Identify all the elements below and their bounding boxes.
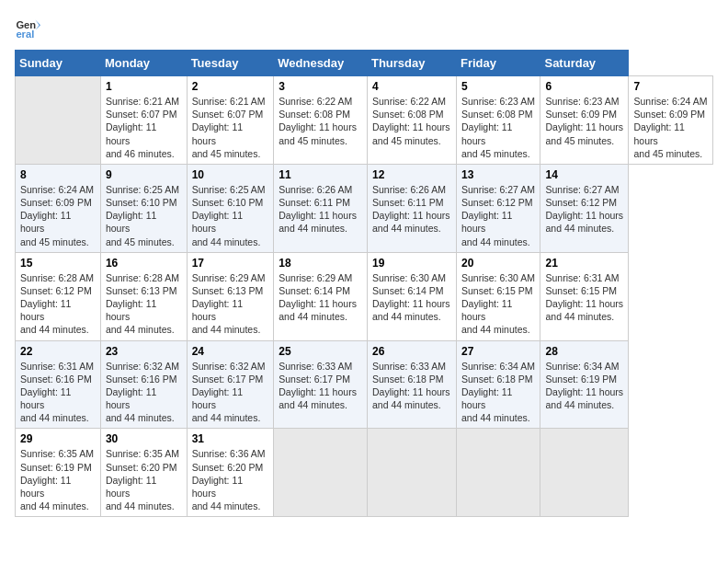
week-row-5: 29Sunrise: 6:35 AMSunset: 6:19 PMDayligh…	[16, 429, 713, 517]
day-info: Sunrise: 6:29 AMSunset: 6:13 PMDaylight:…	[192, 271, 269, 337]
day-info: Sunrise: 6:23 AMSunset: 6:09 PMDaylight:…	[545, 95, 623, 147]
day-number: 27	[461, 345, 535, 358]
day-number: 4	[372, 80, 451, 93]
day-cell: 23Sunrise: 6:32 AMSunset: 6:16 PMDayligh…	[100, 340, 187, 429]
day-info: Sunrise: 6:33 AMSunset: 6:18 PMDaylight:…	[372, 360, 451, 412]
day-info: Sunrise: 6:24 AMSunset: 6:09 PMDaylight:…	[20, 183, 96, 248]
day-cell: 20Sunrise: 6:30 AMSunset: 6:15 PMDayligh…	[456, 252, 540, 340]
day-info: Sunrise: 6:22 AMSunset: 6:08 PMDaylight:…	[372, 95, 451, 147]
day-cell	[367, 429, 456, 517]
day-number: 15	[20, 257, 96, 270]
day-info: Sunrise: 6:25 AMSunset: 6:10 PMDaylight:…	[106, 183, 182, 248]
logo: Gen eral	[15, 15, 44, 40]
day-info: Sunrise: 6:21 AMSunset: 6:07 PMDaylight:…	[106, 95, 182, 160]
day-cell	[274, 429, 368, 517]
day-number: 25	[279, 345, 362, 358]
day-number: 11	[279, 168, 362, 181]
day-cell: 21Sunrise: 6:31 AMSunset: 6:15 PMDayligh…	[540, 252, 629, 340]
day-cell: 25Sunrise: 6:33 AMSunset: 6:17 PMDayligh…	[274, 340, 368, 429]
header-thursday: Thursday	[367, 51, 456, 76]
day-info: Sunrise: 6:21 AMSunset: 6:07 PMDaylight:…	[192, 95, 269, 160]
week-row-4: 22Sunrise: 6:31 AMSunset: 6:16 PMDayligh…	[16, 340, 713, 429]
day-number: 24	[192, 345, 269, 358]
day-number: 22	[20, 345, 96, 358]
day-cell: 19Sunrise: 6:30 AMSunset: 6:14 PMDayligh…	[367, 252, 456, 340]
day-cell: 18Sunrise: 6:29 AMSunset: 6:14 PMDayligh…	[274, 252, 368, 340]
header-wednesday: Wednesday	[274, 51, 368, 76]
day-info: Sunrise: 6:29 AMSunset: 6:14 PMDaylight:…	[279, 271, 362, 324]
day-info: Sunrise: 6:26 AMSunset: 6:11 PMDaylight:…	[279, 183, 362, 236]
day-info: Sunrise: 6:27 AMSunset: 6:12 PMDaylight:…	[545, 183, 623, 236]
header-monday: Monday	[100, 51, 187, 76]
day-info: Sunrise: 6:35 AMSunset: 6:19 PMDaylight:…	[20, 447, 96, 512]
day-number: 18	[279, 257, 362, 270]
day-number: 29	[20, 432, 96, 445]
day-cell: 1Sunrise: 6:21 AMSunset: 6:07 PMDaylight…	[100, 76, 187, 165]
week-row-1: 1Sunrise: 6:21 AMSunset: 6:07 PMDaylight…	[16, 76, 713, 165]
day-number: 3	[279, 80, 362, 93]
day-info: Sunrise: 6:35 AMSunset: 6:20 PMDaylight:…	[106, 447, 182, 512]
day-cell: 10Sunrise: 6:25 AMSunset: 6:10 PMDayligh…	[187, 164, 274, 252]
day-cell: 16Sunrise: 6:28 AMSunset: 6:13 PMDayligh…	[100, 252, 187, 340]
day-cell: 13Sunrise: 6:27 AMSunset: 6:12 PMDayligh…	[456, 164, 540, 252]
day-cell: 31Sunrise: 6:36 AMSunset: 6:20 PMDayligh…	[187, 429, 274, 517]
day-number: 26	[372, 345, 451, 358]
day-number: 31	[192, 432, 269, 445]
day-number: 21	[545, 257, 623, 270]
day-info: Sunrise: 6:22 AMSunset: 6:08 PMDaylight:…	[279, 95, 362, 147]
day-number: 16	[106, 257, 182, 270]
week-row-3: 15Sunrise: 6:28 AMSunset: 6:12 PMDayligh…	[16, 252, 713, 340]
day-cell: 15Sunrise: 6:28 AMSunset: 6:12 PMDayligh…	[16, 252, 101, 340]
day-cell: 28Sunrise: 6:34 AMSunset: 6:19 PMDayligh…	[540, 340, 629, 429]
day-number: 30	[106, 432, 182, 445]
day-number: 5	[461, 80, 535, 93]
day-cell: 24Sunrise: 6:32 AMSunset: 6:17 PMDayligh…	[187, 340, 274, 429]
day-number: 19	[372, 257, 451, 270]
day-number: 6	[545, 80, 623, 93]
page-header: Gen eral	[15, 15, 713, 40]
day-info: Sunrise: 6:34 AMSunset: 6:19 PMDaylight:…	[545, 360, 623, 412]
day-cell: 29Sunrise: 6:35 AMSunset: 6:19 PMDayligh…	[16, 429, 101, 517]
day-cell: 9Sunrise: 6:25 AMSunset: 6:10 PMDaylight…	[100, 164, 187, 252]
day-info: Sunrise: 6:30 AMSunset: 6:15 PMDaylight:…	[461, 271, 535, 337]
day-cell: 4Sunrise: 6:22 AMSunset: 6:08 PMDaylight…	[367, 76, 456, 165]
day-number: 23	[106, 345, 182, 358]
day-info: Sunrise: 6:23 AMSunset: 6:08 PMDaylight:…	[461, 95, 535, 160]
day-info: Sunrise: 6:34 AMSunset: 6:18 PMDaylight:…	[461, 360, 535, 425]
day-info: Sunrise: 6:27 AMSunset: 6:12 PMDaylight:…	[461, 183, 535, 248]
day-cell: 6Sunrise: 6:23 AMSunset: 6:09 PMDaylight…	[540, 76, 629, 165]
day-info: Sunrise: 6:28 AMSunset: 6:12 PMDaylight:…	[20, 271, 96, 337]
day-cell: 27Sunrise: 6:34 AMSunset: 6:18 PMDayligh…	[456, 340, 540, 429]
day-cell: 26Sunrise: 6:33 AMSunset: 6:18 PMDayligh…	[367, 340, 456, 429]
day-cell: 30Sunrise: 6:35 AMSunset: 6:20 PMDayligh…	[100, 429, 187, 517]
day-cell: 17Sunrise: 6:29 AMSunset: 6:13 PMDayligh…	[187, 252, 274, 340]
day-info: Sunrise: 6:25 AMSunset: 6:10 PMDaylight:…	[192, 183, 269, 248]
day-number: 12	[372, 168, 451, 181]
day-cell: 3Sunrise: 6:22 AMSunset: 6:08 PMDaylight…	[274, 76, 368, 165]
calendar-header-row: SundayMondayTuesdayWednesdayThursdayFrid…	[16, 51, 713, 76]
day-number: 20	[461, 257, 535, 270]
empty-cell	[16, 76, 101, 165]
day-number: 13	[461, 168, 535, 181]
day-number: 10	[192, 168, 269, 181]
day-cell: 11Sunrise: 6:26 AMSunset: 6:11 PMDayligh…	[274, 164, 368, 252]
day-info: Sunrise: 6:26 AMSunset: 6:11 PMDaylight:…	[372, 183, 451, 236]
day-info: Sunrise: 6:32 AMSunset: 6:17 PMDaylight:…	[192, 360, 269, 425]
day-cell	[456, 429, 540, 517]
day-number: 2	[192, 80, 269, 93]
day-number: 14	[545, 168, 623, 181]
header-tuesday: Tuesday	[187, 51, 274, 76]
day-cell: 12Sunrise: 6:26 AMSunset: 6:11 PMDayligh…	[367, 164, 456, 252]
day-info: Sunrise: 6:31 AMSunset: 6:15 PMDaylight:…	[545, 271, 623, 324]
logo-icon: Gen eral	[15, 15, 40, 40]
day-info: Sunrise: 6:33 AMSunset: 6:17 PMDaylight:…	[279, 360, 362, 412]
day-info: Sunrise: 6:30 AMSunset: 6:14 PMDaylight:…	[372, 271, 451, 324]
header-friday: Friday	[456, 51, 540, 76]
day-number: 7	[633, 80, 708, 93]
day-cell	[540, 429, 629, 517]
header-saturday: Saturday	[540, 51, 629, 76]
svg-marker-2	[35, 20, 40, 30]
header-sunday: Sunday	[16, 51, 101, 76]
day-cell: 5Sunrise: 6:23 AMSunset: 6:08 PMDaylight…	[456, 76, 540, 165]
day-info: Sunrise: 6:28 AMSunset: 6:13 PMDaylight:…	[106, 271, 182, 337]
